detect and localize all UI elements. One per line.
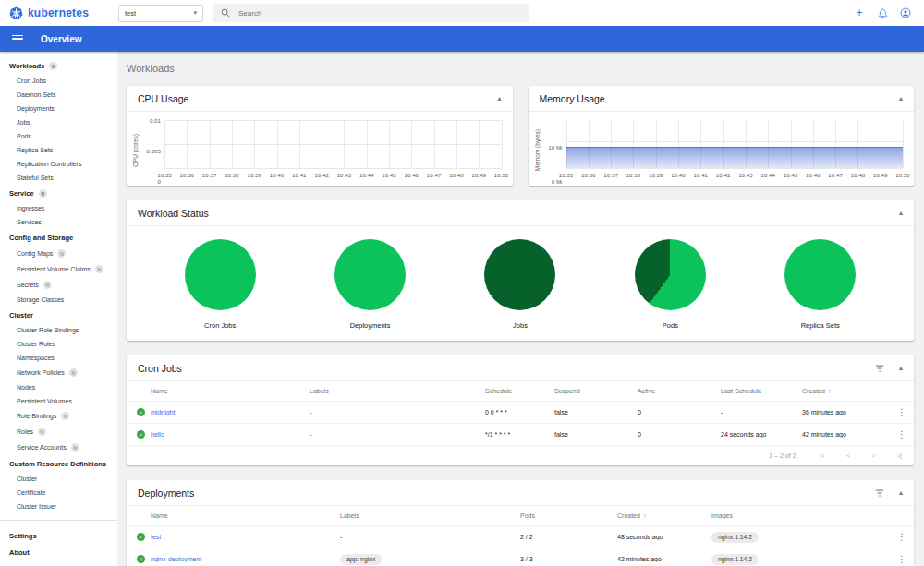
filter-icon[interactable] (875, 489, 884, 497)
v-gridline (367, 120, 368, 168)
search-input[interactable] (238, 9, 520, 18)
v-gridline (389, 120, 390, 168)
column-header-created[interactable]: Created↑ (802, 388, 890, 394)
sidebar-header-cluster[interactable]: Cluster (0, 307, 117, 323)
sidebar-item-ingresses[interactable]: Ingresses (0, 201, 117, 215)
row-menu-kebab-icon[interactable]: ⋮ (890, 554, 914, 564)
account-user-icon[interactable] (898, 6, 913, 20)
sidebar-item-daemon-sets[interactable]: Daemon Sets (0, 88, 117, 102)
deployment-link-nginx-deployment[interactable]: nginx-deployment (151, 556, 201, 562)
sidebar-item-cron-jobs[interactable]: Cron Jobs (0, 74, 117, 88)
sidebar-item-deployments[interactable]: Deployments (0, 102, 117, 115)
menu-icon[interactable] (12, 35, 23, 43)
sidebar-item-service-accounts[interactable]: Service AccountsN (0, 440, 117, 455)
prev-page-icon[interactable]: < (846, 452, 849, 460)
sidebar-header-service[interactable]: ServiceN (0, 185, 117, 201)
x-tick-label: 10:50 (494, 172, 508, 178)
column-header-labels[interactable]: Labels (340, 512, 520, 519)
row-menu-kebab-icon[interactable]: ⋮ (890, 532, 914, 542)
sidebar-item-certificate[interactable]: Certificate (0, 486, 117, 500)
sidebar-item-config-maps[interactable]: Config MapsN (0, 246, 117, 261)
column-header-active[interactable]: Active (638, 388, 721, 394)
column-header-pods[interactable]: Pods (520, 512, 617, 519)
sidebar-item-secrets[interactable]: SecretsN (0, 277, 117, 293)
create-plus-icon[interactable]: + (852, 6, 867, 20)
column-header-last-schedule[interactable]: Last Schedule (721, 388, 802, 394)
collapse-caret-icon[interactable]: ▴ (899, 365, 903, 372)
main-content: Workloads CPU Usage ▴ CPU (cores)00.0050… (117, 52, 924, 566)
sidebar-item-role-bindings[interactable]: Role BindingsN (0, 408, 117, 424)
sidebar-header-workloads[interactable]: WorkloadsN (0, 57, 117, 74)
sidebar-header-custom-resource-definitions[interactable]: Custom Resource Definitions (0, 455, 117, 472)
sidebar-item-replication-controllers[interactable]: Replication Controllers (0, 157, 117, 171)
x-tick-label: 10:49 (471, 172, 485, 178)
y-axis-label: CPU (cores) (130, 120, 140, 181)
cronjob-link-hello[interactable]: hello (151, 431, 164, 438)
column-header-created[interactable]: Created↑ (617, 512, 711, 519)
table-row: ✓nginx-deploymentapp: nginx3 / 342 minut… (127, 548, 914, 566)
x-tick-label: 10:37 (603, 172, 617, 178)
sidebar-item-storage-classes[interactable]: Storage Classes (0, 293, 117, 307)
notifications-bell-icon[interactable] (875, 6, 890, 20)
x-tick-label: 10:47 (828, 172, 842, 178)
cell-created: 36 minutes ago (802, 409, 846, 415)
sidebar-item-replica-sets[interactable]: Replica Sets (0, 143, 117, 157)
pie-chart-jobs (484, 239, 555, 310)
sidebar-item-services[interactable]: Services (0, 215, 117, 229)
sidebar-item-network-policies[interactable]: Network PoliciesN (0, 365, 117, 380)
plot-area (164, 120, 502, 168)
sidebar-item-persistent-volume-claims[interactable]: Persistent Volume ClaimsN (0, 261, 117, 277)
next-page-icon[interactable]: > (871, 452, 874, 460)
table-row: ✓midnight-0 0 * * *false0-36 minutes ago… (127, 402, 914, 424)
column-header-name[interactable]: Name (151, 388, 310, 394)
first-page-icon[interactable]: |< (821, 452, 824, 460)
cron-jobs-title: Cron Jobs (138, 363, 182, 374)
workload-status-card: Workload Status ▴ Cron JobsDeploymentsJo… (127, 200, 914, 341)
sidebar-item-nodes[interactable]: Nodes (0, 380, 117, 394)
collapse-caret-icon[interactable]: ▴ (899, 489, 903, 497)
column-header-labels[interactable]: Labels (310, 388, 485, 394)
sidebar-item-roles[interactable]: RolesN (0, 424, 117, 440)
plot-area (566, 120, 904, 168)
cron-jobs-card: Cron Jobs ▴ NameLabelsScheduleSuspendAct… (127, 355, 914, 465)
sidebar-header-config-and-storage[interactable]: Config and Storage (0, 229, 117, 246)
sort-asc-icon: ↑ (643, 512, 647, 519)
cron-jobs-pagination: 1 – 2 of 2 |< < > >| (127, 446, 914, 465)
kubernetes-logo-icon (9, 6, 23, 20)
row-menu-kebab-icon[interactable]: ⋮ (890, 429, 914, 440)
sidebar-item-jobs[interactable]: Jobs (0, 115, 117, 129)
last-page-icon[interactable]: >| (897, 452, 901, 460)
toolbar-title: Overview (41, 34, 81, 44)
namespace-select[interactable]: test ▾ (118, 5, 203, 22)
sidebar-item-namespaces[interactable]: Namespaces (0, 351, 117, 365)
sidebar-item-stateful-sets[interactable]: Stateful Sets (0, 171, 117, 185)
v-gridline (299, 120, 300, 168)
filter-icon[interactable] (875, 365, 884, 372)
sidebar-item-pods[interactable]: Pods (0, 129, 117, 143)
collapse-caret-icon[interactable]: ▴ (497, 95, 501, 102)
column-header-name[interactable]: Name (151, 512, 340, 519)
x-tick-label: 10:46 (405, 172, 419, 178)
search-bar[interactable] (213, 4, 529, 22)
sidebar-item-persistent-volumes[interactable]: Persistent Volumes (0, 394, 117, 408)
pie-chart-cron-jobs (185, 239, 256, 310)
pie-label: Cron Jobs (185, 321, 256, 330)
sidebar-item-settings[interactable]: Settings (0, 527, 117, 544)
namespaced-badge: N (71, 443, 79, 452)
x-tick-label: 10:39 (247, 172, 261, 178)
sidebar-item-cluster-roles[interactable]: Cluster Roles (0, 337, 117, 351)
sidebar-item-cluster[interactable]: Cluster (0, 472, 117, 486)
sidebar-item-cluster-role-bindings[interactable]: Cluster Role Bindings (0, 323, 117, 337)
column-header-images[interactable]: Images (711, 512, 890, 519)
column-header-schedule[interactable]: Schedule (485, 388, 554, 394)
v-gridline (434, 120, 435, 168)
sidebar-item-about[interactable]: About (0, 544, 117, 560)
collapse-caret-icon[interactable]: ▴ (899, 95, 903, 102)
sidebar-item-cluster-issuer[interactable]: Cluster Issuer (0, 500, 117, 513)
column-header-suspend[interactable]: Suspend (554, 388, 638, 394)
collapse-caret-icon[interactable]: ▴ (899, 210, 903, 217)
cronjob-link-midnight[interactable]: midnight (151, 409, 175, 415)
row-menu-kebab-icon[interactable]: ⋮ (890, 407, 914, 417)
deployment-link-test[interactable]: test (151, 534, 161, 540)
kubernetes-logo[interactable]: kubernetes (0, 6, 109, 20)
